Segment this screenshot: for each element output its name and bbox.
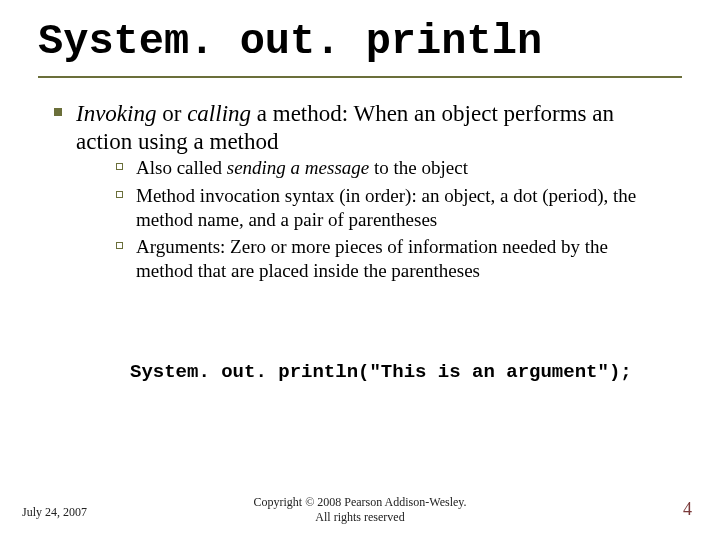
italic-word: calling xyxy=(187,101,251,126)
sub-bullet: Also called sending a message to the obj… xyxy=(116,156,666,180)
body: Invoking or calling a method: When an ob… xyxy=(0,78,720,384)
bullet-hollow-square-icon xyxy=(116,242,123,249)
slide-title: System. out. println xyxy=(38,20,682,64)
title-area: System. out. println xyxy=(0,0,720,70)
bullet-hollow-square-icon xyxy=(116,163,123,170)
footer-copyright: Copyright © 2008 Pearson Addison-Wesley.… xyxy=(0,495,720,524)
copyright-line2: All rights reserved xyxy=(315,510,404,524)
text: to the object xyxy=(369,157,468,178)
sub-bullet-list: Also called sending a message to the obj… xyxy=(76,156,666,283)
sub-bullet: Arguments: Zero or more pieces of inform… xyxy=(116,235,666,283)
text: Arguments: Zero or more pieces of inform… xyxy=(136,236,608,281)
text: Method invocation syntax (in order): an … xyxy=(136,185,636,230)
text: Also called xyxy=(136,157,227,178)
copyright-line1: Copyright © 2008 Pearson Addison-Wesley. xyxy=(253,495,466,509)
bullet-level1: Invoking or calling a method: When an ob… xyxy=(54,100,666,283)
italic-phrase: sending a message xyxy=(227,157,369,178)
page-number: 4 xyxy=(683,499,692,520)
bullet-square-icon xyxy=(54,108,62,116)
bullet-hollow-square-icon xyxy=(116,191,123,198)
italic-word: Invoking xyxy=(76,101,156,126)
code-example: System. out. println("This is an argumen… xyxy=(54,361,666,384)
slide: System. out. println Invoking or calling… xyxy=(0,0,720,540)
bullet-text: Invoking or calling a method: When an ob… xyxy=(76,101,614,154)
text: or xyxy=(156,101,187,126)
footer: July 24, 2007 Copyright © 2008 Pearson A… xyxy=(0,492,720,526)
sub-bullet: Method invocation syntax (in order): an … xyxy=(116,184,666,232)
